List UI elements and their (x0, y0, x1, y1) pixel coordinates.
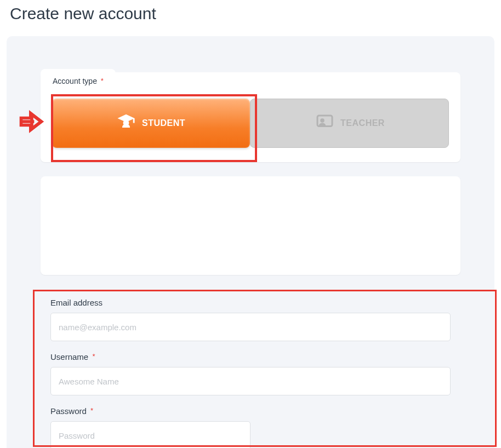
password-field[interactable] (50, 421, 251, 448)
credentials-section: Email address Username * Password * (41, 289, 460, 448)
required-asterisk: * (101, 77, 104, 85)
svg-point-1 (320, 118, 324, 123)
page-title: Create new account (0, 0, 501, 36)
username-label: Username * (50, 352, 451, 361)
username-group: Username * (50, 352, 451, 395)
required-asterisk: * (92, 352, 95, 360)
email-group: Email address (50, 298, 451, 341)
password-label: Password * (50, 406, 451, 416)
account-type-section: Account type * STUDENT (41, 72, 460, 162)
teacher-icon (314, 112, 334, 134)
email-label: Email address (50, 298, 451, 307)
teacher-button-label: TEACHER (340, 118, 385, 128)
username-label-text: Username (50, 352, 88, 361)
account-type-tab-label: Account type * (41, 69, 116, 92)
teacher-button[interactable]: TEACHER (250, 99, 449, 148)
student-button[interactable]: STUDENT (52, 99, 250, 148)
account-type-segment: STUDENT TEACHER (52, 99, 449, 148)
password-label-text: Password (50, 406, 87, 416)
form-container: Account type * STUDENT (7, 36, 494, 448)
password-group: Password * (50, 406, 451, 448)
annotation-arrow-icon (18, 107, 46, 138)
email-field[interactable] (50, 313, 451, 341)
blank-section (41, 176, 460, 275)
student-icon (117, 113, 135, 134)
student-button-label: STUDENT (142, 118, 185, 128)
username-field[interactable] (50, 367, 451, 395)
required-asterisk: * (90, 406, 93, 415)
account-type-label-text: Account type (53, 77, 97, 85)
